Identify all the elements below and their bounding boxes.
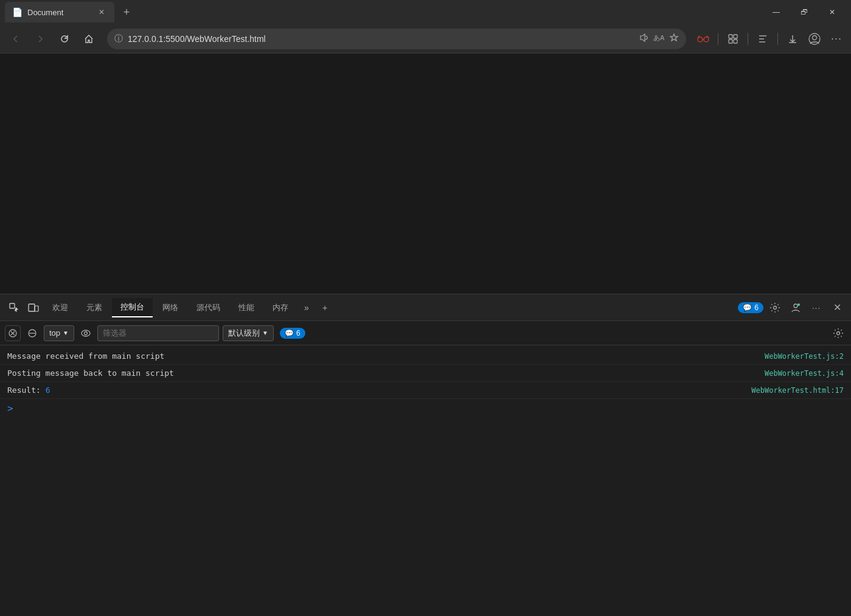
svg-point-13 — [794, 304, 797, 308]
svg-rect-6 — [734, 40, 737, 43]
refresh-button[interactable] — [54, 28, 75, 50]
downloads-icon[interactable] — [783, 29, 802, 49]
webpage-content — [0, 54, 851, 294]
console-badge-icon: 💬 — [285, 329, 294, 337]
extension-eyeicon[interactable] — [693, 29, 713, 49]
context-selector[interactable]: top ▼ — [44, 325, 74, 341]
read-aloud-icon[interactable] — [639, 33, 648, 44]
message-icon: 💬 — [743, 303, 752, 312]
tab-close-button[interactable]: ✕ — [96, 7, 107, 18]
devtools-close-button[interactable]: ✕ — [828, 299, 846, 317]
console-text-3: Result: 6 — [7, 386, 751, 395]
extensions-area: ··· — [693, 29, 846, 49]
svg-rect-10 — [29, 304, 35, 311]
minimize-button[interactable]: — — [762, 0, 790, 24]
tab-elements[interactable]: 元素 — [78, 299, 111, 317]
console-link-2[interactable]: WebWorkerTest.js:4 — [765, 369, 844, 378]
security-info-icon[interactable]: ⓘ — [114, 33, 123, 44]
devtools-more-button[interactable]: ··· — [807, 299, 825, 317]
devtools-panel: 欢迎 元素 控制台 网络 源代码 性能 内存 » + 💬 6 — [0, 294, 851, 616]
browser-menu-icon[interactable]: ··· — [827, 29, 846, 49]
new-tab-button[interactable]: + — [117, 2, 136, 22]
console-link-1[interactable]: WebWorkerTest.js:2 — [765, 352, 844, 361]
devtools-settings-button[interactable] — [766, 299, 784, 317]
inspect-element-button[interactable] — [5, 299, 23, 317]
context-label: top — [49, 328, 60, 337]
svg-rect-11 — [35, 306, 38, 311]
extensions-icon[interactable] — [723, 29, 743, 49]
console-line-3: Result: 6 WebWorkerTest.html:17 — [0, 382, 851, 399]
add-tab-button[interactable]: + — [316, 299, 333, 316]
clear-console-button[interactable] — [5, 325, 21, 341]
message-count-badge[interactable]: 💬 6 — [738, 302, 763, 313]
svg-point-1 — [698, 37, 703, 42]
favorites-bar-icon[interactable] — [753, 29, 773, 49]
log-level-selector[interactable]: 默认级别 ▼ — [223, 325, 274, 341]
console-text-1: Message received from main script — [7, 351, 765, 361]
toolbar-divider2 — [748, 33, 748, 45]
devtools-tab-bar: 欢迎 元素 控制台 网络 源代码 性能 内存 » + 💬 6 — [0, 294, 851, 321]
tab-performance[interactable]: 性能 — [230, 299, 263, 317]
svg-point-8 — [813, 35, 817, 40]
svg-point-20 — [837, 331, 840, 334]
toolbar-divider3 — [777, 33, 778, 45]
eye-button[interactable] — [78, 325, 94, 341]
console-settings-button[interactable] — [830, 325, 846, 341]
back-button[interactable] — [5, 28, 27, 50]
browser-window: 📄 Document ✕ + — 🗗 ✕ ⓘ 127.0.0.1:5500/We — [0, 0, 851, 616]
forward-button[interactable] — [29, 28, 51, 50]
tab-title: Document — [27, 8, 91, 17]
profile-icon[interactable] — [805, 29, 824, 49]
browser-toolbar: ⓘ 127.0.0.1:5500/WebWorkerTest.html あA — [0, 24, 851, 54]
svg-point-14 — [797, 303, 800, 306]
svg-rect-4 — [734, 35, 737, 38]
svg-point-12 — [774, 306, 777, 309]
more-tabs-button[interactable]: » — [298, 299, 315, 316]
result-label: Result: — [7, 386, 46, 395]
svg-point-2 — [704, 37, 709, 42]
tab-memory[interactable]: 内存 — [264, 299, 297, 317]
favorites-icon[interactable] — [669, 33, 679, 44]
close-button[interactable]: ✕ — [818, 0, 846, 24]
svg-point-19 — [84, 331, 87, 334]
active-tab[interactable]: 📄 Document ✕ — [5, 2, 114, 22]
device-emulation-button[interactable] — [24, 299, 43, 317]
tab-document-icon: 📄 — [12, 7, 23, 17]
svg-rect-5 — [729, 40, 732, 43]
window-controls: — 🗗 ✕ — [762, 0, 846, 24]
console-filter-input[interactable] — [97, 325, 219, 341]
devtools-left-buttons: 欢迎 元素 控制台 网络 源代码 性能 内存 » + — [5, 298, 333, 317]
log-level-dropdown-icon: ▼ — [262, 330, 268, 336]
console-line-2: Posting message back to main script WebW… — [0, 365, 851, 382]
console-toolbar: top ▼ 默认级别 ▼ 💬 6 — [0, 321, 851, 345]
console-line-1: Message received from main script WebWor… — [0, 348, 851, 365]
toolbar-divider — [718, 33, 718, 45]
title-bar: 📄 Document ✕ + — 🗗 ✕ — [0, 0, 851, 24]
svg-rect-3 — [729, 35, 732, 38]
maximize-button[interactable]: 🗗 — [790, 0, 818, 24]
block-icon-button[interactable] — [24, 325, 40, 341]
tab-welcome[interactable]: 欢迎 — [44, 299, 77, 317]
address-right-icons: あA — [639, 33, 679, 44]
devtools-user-button[interactable] — [787, 299, 805, 317]
console-output: Message received from main script WebWor… — [0, 345, 851, 616]
console-link-3[interactable]: WebWorkerTest.html:17 — [751, 386, 844, 395]
context-dropdown-icon: ▼ — [63, 330, 69, 336]
tab-console[interactable]: 控制台 — [112, 298, 153, 317]
devtools-right-buttons: 💬 6 ··· ✕ — [738, 299, 846, 317]
console-caret[interactable]: > — [7, 403, 13, 414]
url-text: 127.0.0.1:5500/WebWorkerTest.html — [128, 34, 634, 44]
console-message-badge[interactable]: 💬 6 — [280, 328, 305, 339]
tab-network[interactable]: 网络 — [154, 299, 187, 317]
home-button[interactable] — [78, 28, 100, 50]
address-bar[interactable]: ⓘ 127.0.0.1:5500/WebWorkerTest.html あA — [107, 29, 686, 49]
svg-point-18 — [82, 330, 90, 336]
log-level-label: 默认级别 — [228, 328, 260, 339]
message-count: 6 — [754, 303, 759, 312]
console-badge-count: 6 — [296, 329, 300, 337]
console-prompt-line: > — [0, 399, 851, 418]
translate-icon[interactable]: あA — [653, 33, 664, 44]
svg-rect-9 — [10, 303, 15, 308]
tab-source[interactable]: 源代码 — [188, 299, 229, 317]
tab-area: 📄 Document ✕ + — [5, 2, 762, 22]
